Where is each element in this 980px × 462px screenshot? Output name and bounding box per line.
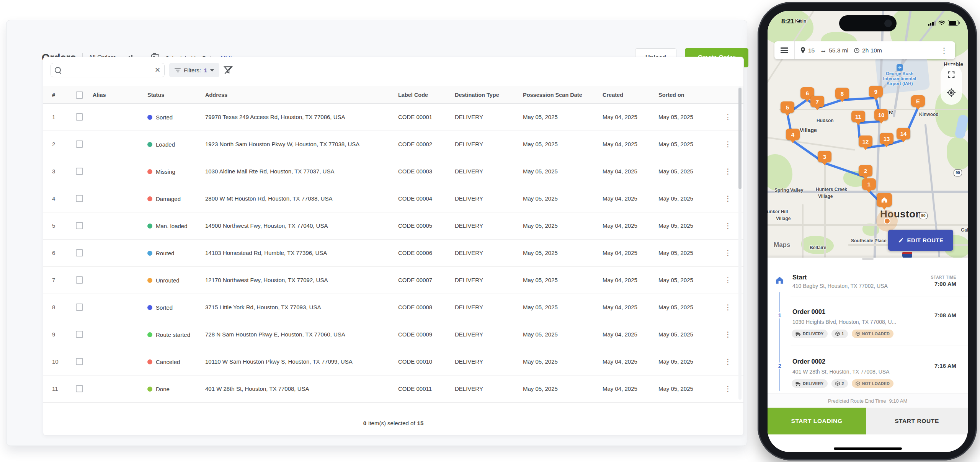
status-label: Damaged — [156, 196, 181, 202]
clear-filters-button[interactable] — [223, 65, 233, 77]
divider — [791, 346, 968, 346]
filters-dropdown[interactable]: Filters: 1 — [169, 63, 219, 77]
table-row[interactable]: 10 Canceled 10110 W Sam Houston Pkwy S, … — [43, 348, 743, 375]
col-header-label-code[interactable]: Label Code — [398, 86, 428, 104]
map-label: Village — [800, 127, 817, 133]
table-row[interactable]: 6 Routed 14103 Homestead Rd, Humble, TX … — [43, 240, 743, 267]
table-row[interactable]: 11 Done 401 W 28th St, Houston, TX 77008… — [43, 375, 743, 403]
status-label: Canceled — [156, 359, 180, 365]
route-stop-marker[interactable]: 2 — [859, 165, 872, 176]
select-all-checkbox[interactable] — [76, 91, 83, 99]
selection-footer: 0 item(s) selected of 15 — [43, 411, 743, 435]
row-menu-button[interactable]: ⋮ — [724, 294, 732, 321]
route-start-marker[interactable] — [877, 193, 892, 207]
table-row[interactable]: 7 Unrouted 12170 Northwest Fwy, Houston,… — [43, 267, 743, 294]
row-menu-button[interactable]: ⋮ — [724, 158, 732, 185]
row-menu-button[interactable]: ⋮ — [724, 212, 732, 239]
route-stop-marker[interactable]: 9 — [869, 86, 883, 97]
col-header-address[interactable]: Address — [205, 86, 227, 104]
order-title: Order 0002 — [792, 358, 825, 365]
status-label: Man. loaded — [156, 223, 188, 229]
menu-button[interactable] — [781, 46, 788, 55]
status-dot — [147, 251, 152, 256]
route-stop-marker[interactable]: 5 — [781, 101, 794, 113]
route-stop-marker[interactable]: 14 — [897, 128, 910, 139]
table-row[interactable]: 1 Sorted 79978 Texas 249 Access Rd, Hous… — [43, 104, 743, 131]
row-checkbox[interactable] — [76, 222, 83, 229]
row-menu-button[interactable]: ⋮ — [724, 267, 732, 294]
col-header-status[interactable]: Status — [147, 86, 164, 104]
col-header-sorted-on[interactable]: Sorted on — [658, 86, 684, 104]
route-stop-marker[interactable]: 8 — [835, 88, 849, 99]
status-cell: Route started — [147, 321, 190, 348]
table-row[interactable]: 9 Route started 728 N Sam Houston Pkwy E… — [43, 321, 743, 348]
route-stop-marker[interactable]: 3 — [818, 151, 831, 162]
address-cell: 10110 W Sam Houston Pkwy S, Houston, TX … — [205, 348, 353, 375]
row-checkbox[interactable] — [76, 385, 83, 392]
start-route-button[interactable]: START ROUTE — [866, 408, 968, 434]
route-stop-marker[interactable]: 7 — [810, 96, 824, 107]
start-home-icon — [775, 276, 784, 286]
col-header-possession[interactable]: Possession Scan Date — [523, 86, 582, 104]
created-date-cell: May 04, 2025 — [603, 240, 637, 266]
row-checkbox[interactable] — [76, 195, 83, 202]
table-row[interactable]: 4 Damaged 2800 W Mt Houston Rd, Houston,… — [43, 185, 743, 212]
row-checkbox[interactable] — [76, 113, 83, 121]
fullscreen-button[interactable] — [947, 70, 956, 80]
status-label: Sorted — [156, 114, 173, 121]
route-stop-marker[interactable]: E — [911, 95, 925, 107]
address-cell: 1923 North Sam Houston Pkwy W, Houston, … — [205, 131, 359, 158]
road — [779, 109, 968, 110]
created-date-cell: May 04, 2025 — [603, 158, 637, 185]
clear-search-icon[interactable]: ✕ — [155, 67, 160, 73]
edit-route-button[interactable]: EDIT ROUTE — [888, 230, 953, 251]
route-stop-marker[interactable]: 11 — [851, 111, 865, 122]
route-stop-marker[interactable]: 1 — [862, 178, 876, 190]
search-input[interactable] — [64, 67, 152, 74]
row-menu-button[interactable]: ⋮ — [724, 185, 732, 212]
start-loading-button[interactable]: START LOADING — [768, 408, 866, 434]
table-row[interactable]: 3 Missing 1030 Aldine Mail Rte Rd, Houst… — [43, 158, 743, 185]
status-dot — [147, 224, 152, 229]
clock-icon — [854, 47, 860, 54]
map-greenery — [768, 11, 813, 45]
row-menu-button[interactable]: ⋮ — [724, 240, 732, 266]
row-menu-button[interactable]: ⋮ — [724, 375, 732, 402]
row-checkbox[interactable] — [76, 168, 83, 175]
route-stop-marker[interactable]: 13 — [880, 133, 893, 144]
route-stop-marker[interactable]: 12 — [859, 135, 872, 147]
table-scrollbar-thumb[interactable] — [738, 88, 742, 189]
row-checkbox[interactable] — [76, 331, 83, 338]
label-code-cell: CODE 00011 — [398, 375, 432, 402]
row-checkbox[interactable] — [76, 276, 83, 284]
home-indicator[interactable] — [834, 447, 902, 450]
row-checkbox[interactable] — [76, 358, 83, 365]
map-label: Bellaire — [810, 245, 826, 250]
route-stop-marker[interactable]: 4 — [786, 129, 800, 140]
more-options-button[interactable]: ⋮ — [933, 46, 955, 55]
table-row[interactable]: 8 Sorted 3715 Little York Rd, Houston, T… — [43, 294, 743, 321]
label-code-cell: CODE 00004 — [398, 185, 432, 212]
row-menu-button[interactable]: ⋮ — [724, 321, 732, 348]
col-header-dest-type[interactable]: Destination Type — [455, 86, 499, 104]
package-icon — [856, 381, 860, 386]
created-date-cell: May 04, 2025 — [603, 131, 637, 158]
row-menu-button[interactable]: ⋮ — [724, 348, 732, 375]
table-row[interactable]: 2 Loaded 1923 North Sam Houston Pkwy W, … — [43, 131, 743, 158]
status-label: Unrouted — [156, 277, 180, 284]
road — [802, 204, 804, 258]
row-checkbox[interactable] — [76, 249, 83, 256]
row-checkbox[interactable] — [76, 140, 83, 148]
row-checkbox[interactable] — [76, 304, 83, 311]
road — [768, 224, 968, 226]
col-header-num[interactable]: # — [52, 86, 55, 104]
sheet-drag-handle[interactable] — [862, 258, 874, 260]
locate-button[interactable] — [947, 88, 956, 99]
sorted-on-cell: May 05, 2025 — [658, 240, 693, 266]
route-stop-marker[interactable]: 10 — [874, 109, 888, 121]
row-menu-button[interactable]: ⋮ — [724, 131, 732, 158]
table-row[interactable]: 5 Man. loaded 14900 Northwest Fwy, Houst… — [43, 212, 743, 240]
row-menu-button[interactable]: ⋮ — [724, 104, 732, 131]
col-header-created[interactable]: Created — [603, 86, 623, 104]
col-header-alias[interactable]: Alias — [93, 86, 106, 104]
